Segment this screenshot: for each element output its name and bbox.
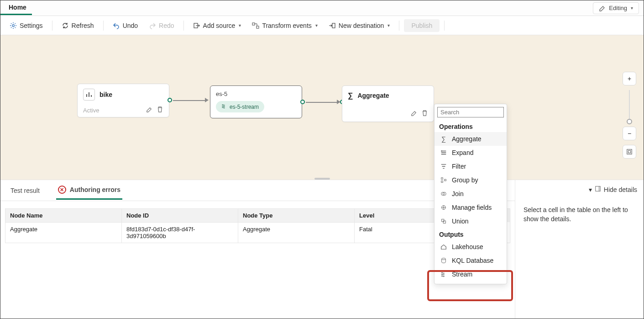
menu-item-expand[interactable]: Expand [435, 146, 507, 160]
tab-home[interactable]: Home [0, 1, 32, 15]
redo-icon [149, 22, 156, 29]
svg-rect-6 [628, 150, 630, 153]
filter-icon [440, 163, 447, 170]
hide-details-button[interactable]: ▾ Hide details [589, 186, 637, 193]
zoom-slider[interactable] [629, 90, 630, 122]
output-port[interactable] [300, 100, 305, 104]
zoom-in-button[interactable]: + [623, 72, 636, 85]
menu-item-manage-fields[interactable]: Manage fields [435, 201, 507, 214]
menu-item-filter[interactable]: Filter [435, 160, 507, 173]
tab-authoring-errors[interactable]: ✕ Authoring errors [56, 181, 122, 200]
node-bike[interactable]: bike Active [77, 84, 169, 117]
svg-rect-3 [257, 26, 259, 28]
menu-item-union[interactable]: Union [435, 214, 507, 228]
arrowhead-icon [205, 98, 209, 102]
stream-pill[interactable]: es-5-stream [216, 101, 264, 112]
menu-item-groupby[interactable]: Group by [435, 173, 507, 187]
refresh-button[interactable]: Refresh [57, 19, 99, 32]
menu-item-stream[interactable]: Stream [435, 267, 507, 281]
chevron-down-icon: ▾ [239, 23, 241, 28]
undo-button[interactable]: Undo [108, 19, 142, 32]
menu-header-outputs: Outputs [435, 228, 507, 240]
fields-icon [440, 204, 447, 211]
svg-point-7 [441, 150, 442, 152]
add-source-button[interactable]: Add source ▾ [188, 19, 246, 32]
redo-button: Redo [144, 19, 178, 32]
menu-item-join[interactable]: Join [435, 187, 507, 201]
tab-test-result[interactable]: Test result [9, 182, 42, 199]
pencil-icon[interactable] [146, 106, 153, 114]
search-input[interactable] [437, 107, 504, 117]
error-icon: ✕ [58, 186, 66, 194]
operations-dropdown: Operations ∑Aggregate Expand Filter Grou… [434, 104, 507, 284]
pencil-icon [599, 5, 606, 12]
menu-header-operations: Operations [435, 120, 507, 132]
collapse-icon [595, 186, 601, 193]
transform-icon [252, 22, 259, 29]
canvas[interactable]: bike Active es-5 es-5-stream [0, 35, 644, 180]
sigma-icon: ∑ [348, 91, 353, 100]
editing-mode-button[interactable]: Editing ▾ [593, 2, 639, 14]
join-icon [440, 190, 447, 197]
database-icon [440, 257, 447, 264]
toolbar: Settings Refresh Undo Redo Add source ▾ … [0, 16, 644, 35]
svg-rect-10 [445, 179, 446, 181]
pencil-icon[interactable] [411, 110, 418, 118]
menu-item-lakehouse[interactable]: Lakehouse [435, 240, 507, 254]
menu-item-aggregate[interactable]: ∑Aggregate [435, 132, 507, 146]
publish-button: Publish [404, 19, 440, 32]
zoom-out-button[interactable]: − [623, 127, 636, 140]
title-bar: Home Editing ▾ [0, 0, 644, 16]
chevron-down-icon: ▾ [315, 23, 318, 28]
svg-rect-17 [596, 186, 601, 191]
chevron-down-icon: ▾ [589, 186, 592, 193]
stream-icon [221, 103, 227, 110]
svg-rect-2 [252, 23, 255, 25]
chevron-down-icon: ▾ [631, 5, 633, 11]
trash-icon[interactable] [157, 106, 163, 114]
svg-rect-15 [443, 221, 445, 223]
lakehouse-icon [440, 243, 447, 250]
node-es5[interactable]: es-5 es-5-stream [210, 85, 302, 118]
svg-rect-8 [441, 178, 443, 180]
chevron-down-icon: ▾ [387, 23, 390, 28]
bar-chart-icon [83, 89, 95, 101]
expand-icon [440, 149, 447, 156]
undo-icon [113, 22, 120, 29]
zoom-controls: + − [623, 72, 636, 159]
union-icon [440, 218, 447, 225]
svg-rect-9 [441, 181, 443, 183]
node-status: Active [83, 107, 99, 114]
fit-screen-button[interactable] [623, 145, 636, 159]
refresh-icon [62, 22, 69, 29]
edge [306, 102, 338, 103]
add-source-icon [193, 22, 200, 29]
new-destination-button[interactable]: New destination ▾ [324, 19, 395, 32]
output-port[interactable] [168, 98, 172, 102]
sigma-icon: ∑ [440, 135, 447, 143]
destination-icon [329, 22, 336, 29]
svg-point-0 [12, 24, 15, 27]
trash-icon[interactable] [421, 110, 428, 118]
details-panel: ▾ Hide details Select a cell in the tabl… [515, 180, 644, 319]
settings-button[interactable]: Settings [5, 19, 47, 32]
stream-icon [440, 271, 447, 278]
svg-point-16 [442, 258, 446, 260]
node-aggregate[interactable]: ∑ Aggregate [342, 85, 434, 122]
edge [173, 100, 206, 101]
transform-events-button[interactable]: Transform events ▾ [247, 19, 322, 32]
menu-item-kql[interactable]: KQL Database [435, 254, 507, 267]
gear-icon [10, 22, 17, 29]
svg-rect-5 [627, 149, 632, 154]
bottom-panel: Test result ✕ Authoring errors Node Name… [0, 180, 644, 319]
group-icon [440, 176, 447, 184]
svg-rect-4 [332, 23, 335, 28]
svg-rect-14 [442, 219, 444, 222]
